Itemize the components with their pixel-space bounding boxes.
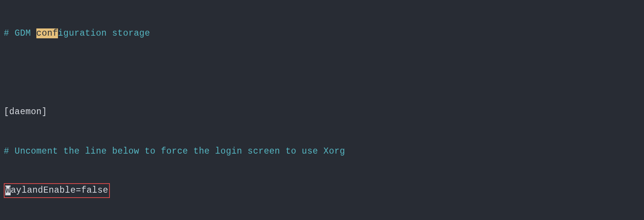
editor-line: # Uncoment the line below to force the l… xyxy=(4,145,640,158)
section-header: [daemon] xyxy=(4,107,47,117)
editor-line: WaylandEnable=false xyxy=(4,184,640,197)
config-line: aylandEnable=false xyxy=(11,185,108,195)
comment-text: iguration storage xyxy=(58,28,150,38)
editor-line: [daemon] xyxy=(4,105,640,119)
editor-line xyxy=(4,66,640,80)
text-editor-viewport[interactable]: # GDM configuration storage [daemon] # U… xyxy=(4,1,640,220)
comment-text: # Uncoment the line below to force the l… xyxy=(4,146,345,156)
annotation-highlight-box: WaylandEnable=false xyxy=(4,183,110,198)
editor-cursor: W xyxy=(5,185,11,195)
editor-line: # GDM configuration storage xyxy=(4,27,640,40)
search-match-highlight: conf xyxy=(36,28,58,38)
comment-text: # GDM xyxy=(4,28,36,38)
